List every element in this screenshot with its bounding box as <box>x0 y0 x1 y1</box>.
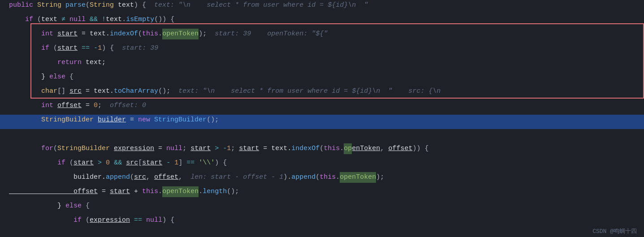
code-line-15: } else { <box>0 201 644 215</box>
bottom-label: CSDN @鸣蜩十四 <box>592 228 637 235</box>
code-line-8: int offset = 0; offset: 0 <box>0 100 644 115</box>
code-line-6: } else { <box>0 72 644 86</box>
code-line-7: char[] src = text.toCharArray(); text: "… <box>0 86 644 100</box>
code-line-10 <box>0 129 644 143</box>
bottom-bar: CSDN @鸣蜩十四 <box>585 225 644 237</box>
code-line-13: builder.append(src, offset, len: start -… <box>0 172 644 186</box>
code-line-4: if (start == -1) { start: 39 <box>0 43 644 57</box>
code-line-3: int start = text.indexOf(this.openToken)… <box>0 29 644 43</box>
kw-public: public <box>9 0 37 11</box>
code-line-12: if (start > 0 && src[start - 1] == '\\')… <box>0 158 644 172</box>
code-line-1: public String parse(String text) { text:… <box>0 0 644 14</box>
code-line-14: offset = start + this.openToken.length()… <box>0 186 644 201</box>
fn-parse: parse <box>65 0 86 11</box>
code-line-16: if (expression == null) { <box>0 215 644 229</box>
code-container: public String parse(String text) { text:… <box>0 0 644 237</box>
code-line-11: for(StringBuilder expression = null; sta… <box>0 143 644 158</box>
code-line-2: if (text ≠ null && !text.isEmpty()) { <box>0 14 644 29</box>
code-line-9: StringBuilder builder = new StringBuilde… <box>0 115 644 129</box>
code-line-5: return text; <box>0 57 644 72</box>
type-string: String <box>37 0 65 11</box>
